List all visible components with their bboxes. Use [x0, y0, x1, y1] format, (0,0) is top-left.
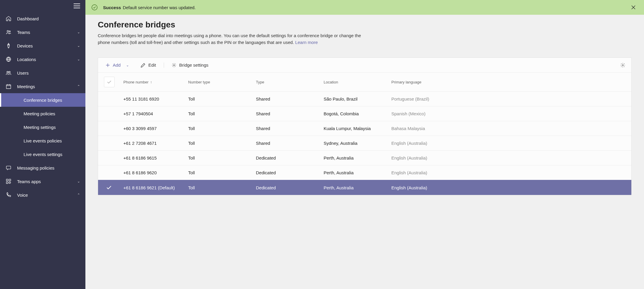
sidebar-item-label: Dashboard — [17, 16, 80, 21]
svg-rect-15 — [6, 182, 8, 184]
cell-ntype: Toll — [185, 136, 253, 151]
apps-icon — [5, 178, 12, 185]
cell-language: English (Australia) — [388, 180, 631, 195]
table-row[interactable]: +61 8 6186 9615TollDedicatedPerth, Austr… — [98, 151, 631, 165]
col-language-header[interactable]: Primary language — [388, 73, 631, 92]
cell-phone: +61 8 6186 9621 (Default) — [117, 180, 185, 195]
table-toolbar: Add ⌄ Edit Bridge settings — [98, 58, 631, 73]
cell-ntype: Toll — [185, 165, 253, 180]
svg-point-4 — [9, 31, 10, 32]
cell-location: Perth, Australia — [321, 151, 388, 165]
close-icon[interactable] — [631, 5, 636, 10]
table-card: Add ⌄ Edit Bridge settings — [98, 58, 632, 195]
row-checkbox-cell[interactable] — [98, 106, 117, 121]
cell-ntype: Toll — [185, 151, 253, 165]
cell-phone: +60 3 3099 4597 — [117, 121, 185, 136]
svg-rect-13 — [6, 179, 8, 181]
chevron-up-icon: ⌃ — [77, 193, 80, 197]
table-row[interactable]: +57 1 7940504TollSharedBogotá, ColombiaS… — [98, 106, 631, 121]
cell-ntype: Toll — [185, 92, 253, 106]
table-row[interactable]: +61 8 6186 9621 (Default)TollDedicatedPe… — [98, 180, 631, 195]
table-row[interactable]: +60 3 3099 4597TollSharedKuala Lumpur, M… — [98, 121, 631, 136]
message-icon — [5, 165, 12, 171]
chevron-down-icon: ⌄ — [77, 57, 80, 61]
cell-location: Perth, Australia — [321, 180, 388, 195]
col-phone-label: Phone number — [123, 80, 148, 84]
sidebar-item-meetings[interactable]: Meetings ⌃ — [0, 80, 85, 93]
pencil-icon — [141, 63, 145, 68]
edit-button[interactable]: Edit — [139, 61, 158, 69]
cell-language: Spanish (Mexico) — [388, 106, 631, 121]
cell-phone: +55 11 3181 6920 — [117, 92, 185, 106]
sidebar-sub-live-events-settings[interactable]: Live events settings — [0, 147, 85, 161]
sidebar-sub-conference-bridges[interactable]: Conference bridges — [0, 93, 85, 107]
chevron-down-icon: ⌄ — [77, 30, 80, 34]
bridge-settings-button[interactable]: Bridge settings — [170, 61, 210, 69]
sidebar-item-teams-apps[interactable]: Teams apps ⌄ — [0, 175, 85, 188]
sidebar-item-voice[interactable]: Voice ⌃ — [0, 188, 85, 202]
cell-location: Bogotá, Colombia — [321, 106, 388, 121]
hamburger-icon[interactable] — [74, 4, 80, 8]
sidebar-item-label: Conference bridges — [24, 98, 62, 103]
sidebar-sub-meeting-policies[interactable]: Meeting policies — [0, 107, 85, 120]
cell-location: Kuala Lumpur, Malaysia — [321, 121, 388, 136]
banner-text: Default service number was updated. — [123, 5, 196, 10]
sidebar-item-users[interactable]: Users — [0, 66, 85, 80]
cell-phone: +61 8 6186 9620 — [117, 165, 185, 180]
cell-language: Portuguese (Brazil) — [388, 92, 631, 106]
svg-point-22 — [622, 64, 624, 66]
cell-type: Shared — [253, 121, 321, 136]
cell-type: Dedicated — [253, 165, 321, 180]
col-phone-header[interactable]: Phone number ↑ — [117, 73, 185, 92]
row-checkbox-cell[interactable] — [98, 151, 117, 165]
svg-point-3 — [7, 30, 9, 32]
check-icon — [106, 185, 112, 190]
sidebar-item-label: Meetings — [17, 84, 77, 89]
page-title: Conference bridges — [98, 20, 632, 29]
cell-type: Shared — [253, 106, 321, 121]
cell-type: Shared — [253, 136, 321, 151]
sidebar-sub-meeting-settings[interactable]: Meeting settings — [0, 120, 85, 134]
col-number-type-header[interactable]: Number type — [185, 73, 253, 92]
learn-more-link[interactable]: Learn more — [295, 40, 318, 45]
sidebar-item-locations[interactable]: Locations ⌄ — [0, 52, 85, 66]
add-button[interactable]: Add — [104, 61, 122, 69]
sort-asc-icon: ↑ — [150, 80, 152, 84]
select-all-checkbox[interactable] — [104, 77, 115, 87]
check-circle-icon — [91, 4, 98, 11]
sidebar-item-teams[interactable]: Teams ⌄ — [0, 25, 85, 39]
separator — [164, 63, 164, 68]
cell-location: Sydney, Australia — [321, 136, 388, 151]
table-row[interactable]: +61 8 6186 9620TollDedicatedPerth, Austr… — [98, 165, 631, 180]
sidebar-item-devices[interactable]: Devices ⌄ — [0, 39, 85, 52]
cell-language: English (Australia) — [388, 151, 631, 165]
row-checkbox-cell[interactable] — [98, 121, 117, 136]
cell-language: English (Australia) — [388, 165, 631, 180]
edit-label: Edit — [148, 63, 156, 68]
chevron-down-icon: ⌄ — [77, 179, 80, 183]
row-checkbox-cell[interactable] — [98, 165, 117, 180]
sidebar-item-messaging-policies[interactable]: Messaging policies — [0, 161, 85, 175]
svg-point-21 — [173, 65, 175, 66]
sidebar-item-dashboard[interactable]: Dashboard — [0, 12, 85, 25]
phone-icon — [5, 192, 12, 198]
svg-point-7 — [9, 71, 10, 73]
cell-ntype: Toll — [185, 180, 253, 195]
sidebar-sub-live-events-policies[interactable]: Live events policies — [0, 134, 85, 147]
banner-strong: Success — [103, 5, 121, 10]
table-row[interactable]: +55 11 3181 6920TollSharedSão Paulo, Bra… — [98, 92, 631, 106]
add-dropdown[interactable]: ⌄ — [125, 62, 130, 68]
table-row[interactable]: +61 2 7208 4671TollSharedSydney, Austral… — [98, 136, 631, 151]
svg-rect-12 — [6, 166, 11, 169]
cell-ntype: Toll — [185, 106, 253, 121]
row-checkbox-cell[interactable] — [98, 180, 117, 195]
col-location-header[interactable]: Location — [321, 73, 388, 92]
page-description-text: Conference bridges let people dial into … — [98, 33, 361, 45]
dashboard-icon — [5, 15, 12, 22]
col-type-header[interactable]: Type — [253, 73, 321, 92]
row-checkbox-cell[interactable] — [98, 92, 117, 106]
columns-gear-icon[interactable] — [620, 63, 625, 68]
cell-type: Dedicated — [253, 151, 321, 165]
cell-language: Bahasa Malaysia — [388, 121, 631, 136]
row-checkbox-cell[interactable] — [98, 136, 117, 151]
